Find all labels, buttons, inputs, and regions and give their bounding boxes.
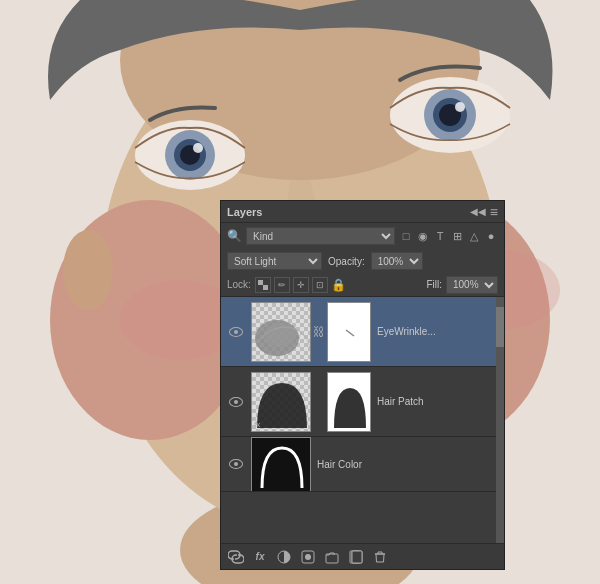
filter-icon-group: □ ◉ T ⊞ △ ● <box>399 230 498 243</box>
layer-visibility-toggle[interactable] <box>227 323 245 341</box>
panel-controls: ◀◀ ≡ <box>470 204 498 220</box>
svg-point-28 <box>63 230 113 310</box>
layer-thumbnail[interactable]: fx <box>251 372 311 432</box>
filter-search-icon: 🔍 <box>227 229 242 243</box>
fx-icon: fx <box>256 551 265 562</box>
new-layer-button[interactable] <box>345 547 367 567</box>
lock-checkerboard-icon[interactable] <box>255 277 271 293</box>
layer-thumbnail[interactable] <box>251 437 311 492</box>
opacity-select[interactable]: 100% 75% 50% 25% <box>371 252 423 270</box>
filter-smart-icon[interactable]: △ <box>467 230 481 243</box>
svg-point-20 <box>193 143 203 153</box>
panel-toolbar: fx <box>221 543 504 569</box>
layer-name: Hair Color <box>317 459 498 470</box>
lock-icons: ✏ ✛ ⊡ 🔒 <box>255 277 347 293</box>
layer-link-icon: ⛓ <box>313 325 325 339</box>
svg-point-25 <box>455 102 465 112</box>
eye-icon <box>229 397 243 407</box>
new-fill-button[interactable] <box>297 547 319 567</box>
lock-row: Lock: ✏ ✛ ⊡ 🔒 Fill: 100% 75% 50% 25% <box>221 273 504 297</box>
lock-label: Lock: <box>227 279 251 290</box>
svg-point-38 <box>305 554 311 560</box>
scrollbar-thumb[interactable] <box>496 307 504 347</box>
eye-icon <box>229 459 243 469</box>
svg-rect-42 <box>352 551 362 563</box>
blend-mode-select[interactable]: Soft Light Normal Multiply Screen Overla… <box>227 252 322 270</box>
fill-label: Fill: <box>426 279 442 290</box>
link-layers-button[interactable] <box>225 547 247 567</box>
layer-thumbnail[interactable] <box>251 302 311 362</box>
collapse-icon[interactable]: ◀◀ <box>470 206 486 217</box>
fx-indicator: fx <box>254 420 260 429</box>
panel-menu-icon[interactable]: ≡ <box>490 204 498 220</box>
add-style-button[interactable]: fx <box>249 547 271 567</box>
panel-titlebar: Layers ◀◀ ≡ <box>221 201 504 223</box>
eye-icon <box>229 327 243 337</box>
fill-select[interactable]: 100% 75% 50% 25% <box>446 276 498 294</box>
layer-thumbnails <box>251 437 311 492</box>
filter-type-select[interactable]: Kind Name Effect Mode Attribute Color <box>246 227 395 245</box>
svg-rect-31 <box>258 280 263 285</box>
layers-list[interactable]: ⛓ EyeWrinkle... <box>221 297 504 543</box>
layer-name: EyeWrinkle... <box>377 326 498 337</box>
fill-area: Fill: 100% 75% 50% 25% <box>426 276 498 294</box>
layer-thumbnails: ⛓ <box>251 302 371 362</box>
opacity-label: Opacity: <box>328 256 365 267</box>
layer-item[interactable]: Hair Color <box>221 437 504 492</box>
layer-thumbnails: fx ⛓ <box>251 372 371 432</box>
layer-mask-thumbnail[interactable] <box>327 302 371 362</box>
lock-artboard-icon[interactable]: ⊡ <box>312 277 328 293</box>
layer-name: Hair Patch <box>377 396 498 407</box>
layer-item[interactable]: fx ⛓ Hair Patch <box>221 367 504 437</box>
panel-title: Layers <box>227 206 262 218</box>
svg-line-35 <box>346 330 354 336</box>
lock-brush-icon[interactable]: ✏ <box>274 277 290 293</box>
layer-item[interactable]: ⛓ EyeWrinkle... <box>221 297 504 367</box>
svg-point-34 <box>264 323 296 347</box>
layer-visibility-toggle[interactable] <box>227 455 245 473</box>
new-group-button[interactable] <box>321 547 343 567</box>
blend-mode-row: Soft Light Normal Multiply Screen Overla… <box>221 249 504 273</box>
layers-panel: Layers ◀◀ ≡ 🔍 Kind Name Effect Mode Attr… <box>220 200 505 570</box>
lock-move-icon[interactable]: ✛ <box>293 277 309 293</box>
svg-rect-32 <box>263 285 268 290</box>
filter-shape-icon[interactable]: ⊞ <box>450 230 464 243</box>
filter-row: 🔍 Kind Name Effect Mode Attribute Color … <box>221 223 504 249</box>
filter-type-icon[interactable]: T <box>433 230 447 242</box>
add-mask-button[interactable] <box>273 547 295 567</box>
layer-mask-thumbnail[interactable] <box>327 372 371 432</box>
delete-layer-button[interactable] <box>369 547 391 567</box>
filter-fill-icon[interactable]: ● <box>484 230 498 242</box>
filter-adjustment-icon[interactable]: ◉ <box>416 230 430 243</box>
lock-all-icon[interactable]: 🔒 <box>331 277 347 293</box>
scrollbar-track[interactable] <box>496 297 504 543</box>
layer-visibility-toggle[interactable] <box>227 393 245 411</box>
filter-pixel-icon[interactable]: □ <box>399 230 413 242</box>
layer-link-icon: ⛓ <box>313 395 325 409</box>
